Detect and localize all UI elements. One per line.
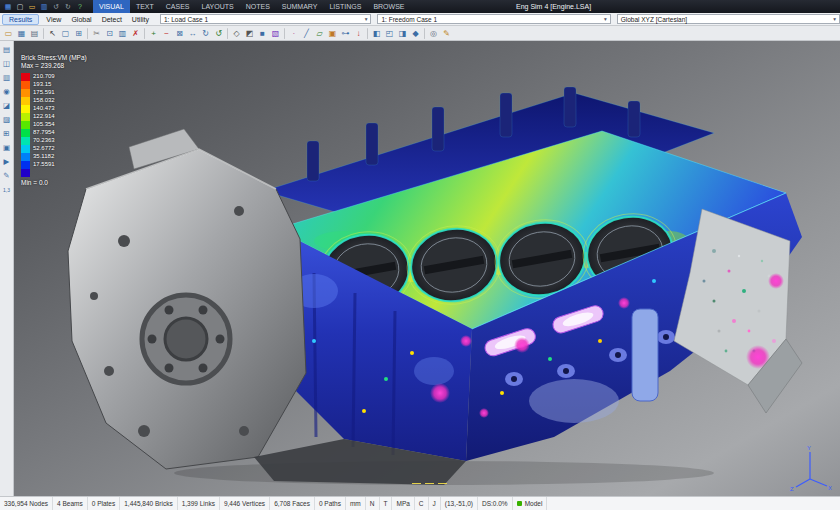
legend-value: 175.591 [33, 89, 55, 97]
freedom-case-value: 1: Freedom Case 1 [381, 16, 437, 23]
solid-shaded-icon[interactable]: ■ [256, 27, 269, 40]
legend-band: 193.15 [21, 81, 87, 89]
snapshot-icon[interactable]: ▣ [1, 142, 13, 153]
copy-icon[interactable]: ⊡ [103, 27, 116, 40]
cut-icon[interactable]: ✂ [90, 27, 103, 40]
select-all-icon[interactable]: ⊞ [72, 27, 85, 40]
save-icon[interactable]: ▦ [15, 27, 28, 40]
show-loads-icon[interactable]: ↓ [352, 27, 365, 40]
legend-value: 140.473 [33, 105, 55, 113]
status-item: 4 Beams [53, 497, 88, 510]
legend-value: 87.7954 [33, 129, 55, 137]
peek-icon[interactable]: ◉ [1, 86, 13, 97]
entity-toggle-icon[interactable]: ▤ [1, 44, 13, 55]
menu-utility[interactable]: Utility [127, 13, 154, 26]
new-file-icon[interactable]: ▢ [15, 1, 25, 12]
toolbar-divider [43, 28, 44, 39]
tab-browse[interactable]: BROWSE [367, 0, 410, 13]
status-indicator-icon [517, 501, 522, 506]
view-settings-icon[interactable]: ◫ [1, 58, 13, 69]
menu-global[interactable]: Global [66, 13, 96, 26]
tab-notes[interactable]: NOTES [240, 0, 276, 13]
hidden-line-icon[interactable]: ◩ [243, 27, 256, 40]
legend-swatch [21, 169, 30, 177]
tab-layouts[interactable]: LAYOUTS [196, 0, 240, 13]
results-tab[interactable]: Results [2, 14, 39, 25]
delete-icon[interactable]: ✗ [129, 27, 142, 40]
tab-text[interactable]: TEXT [130, 0, 160, 13]
cut-plane-icon[interactable]: ◪ [1, 100, 13, 111]
select-box-icon[interactable]: ▢ [59, 27, 72, 40]
redo-icon[interactable]: ↻ [63, 1, 73, 12]
legend-band: 140.473 [21, 105, 87, 113]
undo-icon[interactable]: ↺ [51, 1, 61, 12]
select-icon[interactable]: ↖ [46, 27, 59, 40]
front-view-icon[interactable]: ◧ [370, 27, 383, 40]
show-beams-icon[interactable]: ╱ [300, 27, 313, 40]
chevron-down-icon: ▾ [365, 16, 368, 22]
isometric-view-icon[interactable]: ◆ [409, 27, 422, 40]
menu-detect[interactable]: Detect [97, 13, 127, 26]
save-icon[interactable]: ▥ [39, 1, 49, 12]
legend-band: 105.354 [21, 121, 87, 129]
legend-bands: 210.709 193.15 175.591 158.032 [21, 73, 87, 177]
wireframe-icon[interactable]: ◇ [230, 27, 243, 40]
help-icon[interactable]: ? [75, 1, 85, 12]
redraw-icon[interactable]: ↺ [212, 27, 225, 40]
legend-swatch [21, 81, 30, 89]
legend-value: 210.709 [33, 73, 55, 81]
paste-icon[interactable]: ▥ [116, 27, 129, 40]
toolbar-divider [284, 28, 285, 39]
top-view-icon[interactable]: ◰ [383, 27, 396, 40]
load-case-select[interactable]: 1: Load Case 1 ▾ [160, 14, 371, 24]
contour-settings-icon[interactable]: ▥ [1, 72, 13, 83]
status-item: 1,445,840 Bricks [120, 497, 177, 510]
open-file-icon[interactable]: ▭ [2, 27, 15, 40]
target-icon[interactable]: ◎ [427, 27, 440, 40]
menu-view[interactable]: View [41, 13, 66, 26]
zoom-in-icon[interactable]: + [147, 27, 160, 40]
tab-summary[interactable]: SUMMARY [276, 0, 324, 13]
pan-icon[interactable]: ↔ [186, 27, 199, 40]
coordinate-system-select[interactable]: Global XYZ [Cartesian] ▾ [617, 14, 840, 24]
axis-z-label: Z [790, 486, 794, 491]
legend-value: 35.1182 [33, 153, 54, 161]
zoom-extents-icon[interactable]: ⊠ [173, 27, 186, 40]
print-icon[interactable]: ▤ [28, 27, 41, 40]
notes-icon[interactable]: ✎ [1, 170, 13, 181]
right-view-icon[interactable]: ◨ [396, 27, 409, 40]
legend-swatch [21, 129, 30, 137]
legend-value: 17.5591 [33, 161, 55, 169]
axis-triad: Y X Z [788, 443, 832, 491]
window-title: Eng Sim 4 [Engine.LSA] [516, 0, 591, 13]
open-file-icon[interactable]: ▭ [27, 1, 37, 12]
selection-13-icon[interactable]: 1,3 [1, 184, 13, 195]
freedom-case-select[interactable]: 1: Freedom Case 1 ▾ [377, 14, 610, 24]
ribbon-tabs: VISUALTEXTCASESLAYOUTSNOTESSUMMARYLISTIN… [93, 0, 411, 13]
annotate-icon[interactable]: ✎ [440, 27, 453, 40]
main-area: ▤◫▥◉◪▨⊞▣▶✎1,3 [0, 41, 840, 496]
tab-listings[interactable]: LISTINGS [323, 0, 367, 13]
tab-visual[interactable]: VISUAL [93, 0, 130, 13]
show-plates-icon[interactable]: ▱ [313, 27, 326, 40]
show-links-icon[interactable]: ⊶ [339, 27, 352, 40]
show-nodes-icon[interactable]: ∙ [287, 27, 300, 40]
status-item: 1,399 Links [178, 497, 220, 510]
app-icon[interactable]: ▦ [3, 1, 13, 12]
rotate-icon[interactable]: ↻ [199, 27, 212, 40]
menu-items: ViewGlobalDetectUtility [41, 13, 154, 26]
contour-display-icon[interactable]: ▧ [269, 27, 282, 40]
multi-viewport-icon[interactable]: ⊞ [1, 128, 13, 139]
transparency-icon[interactable]: ▨ [1, 114, 13, 125]
legend-band: 158.032 [21, 97, 87, 105]
model-render [14, 41, 840, 496]
tab-cases[interactable]: CASES [160, 0, 196, 13]
contour-legend: Brick Stress:VM (MPa) Max = 239.268 210.… [21, 54, 87, 187]
zoom-out-icon[interactable]: − [160, 27, 173, 40]
legend-value: 70.2363 [33, 137, 55, 145]
show-bricks-icon[interactable]: ▣ [326, 27, 339, 40]
animate-icon[interactable]: ▶ [1, 156, 13, 167]
legend-value: 193.15 [33, 81, 51, 89]
legend-band: 17.5591 [21, 161, 87, 169]
model-viewport[interactable]: Brick Stress:VM (MPa) Max = 239.268 210.… [14, 41, 840, 496]
